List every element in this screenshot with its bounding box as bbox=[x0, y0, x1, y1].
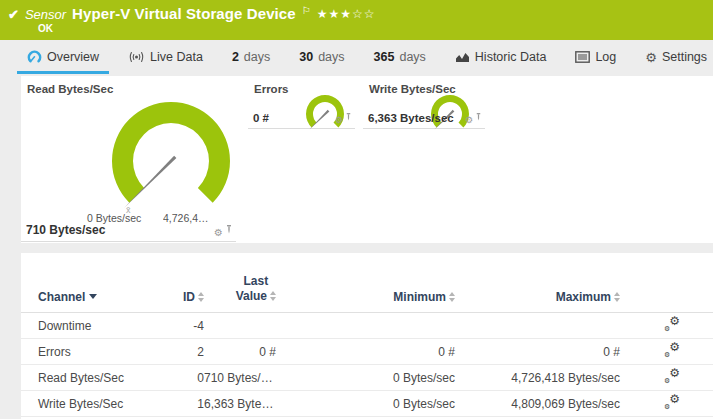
column-header-channel[interactable]: Channel bbox=[38, 290, 158, 304]
gauge-icon bbox=[27, 50, 42, 64]
tab-overview[interactable]: Overview bbox=[17, 40, 109, 74]
tab-365-days[interactable]: 365 days bbox=[364, 40, 436, 74]
gauge-settings-icon[interactable]: ⚙ bbox=[465, 116, 473, 125]
sensor-title: Hyper-V Virtual Storage Device bbox=[72, 5, 296, 22]
tab-settings[interactable]: ⚙ Settings bbox=[635, 40, 713, 74]
tab-2-days[interactable]: 2 days bbox=[222, 40, 280, 74]
read-gauge-dial: x̄ bbox=[101, 91, 241, 221]
edit-channel-icon[interactable]: ⚙⚙ bbox=[664, 317, 680, 331]
tab-live-data[interactable]: Live Data bbox=[118, 40, 213, 74]
priority-flag-icon[interactable]: ⚐ bbox=[302, 5, 311, 16]
sort-desc-icon bbox=[89, 294, 97, 299]
log-icon bbox=[575, 51, 590, 63]
status-badge: OK bbox=[38, 23, 703, 34]
sort-icon bbox=[614, 292, 620, 302]
gauge-title: Errors bbox=[254, 83, 289, 95]
pin-gauge-icon[interactable] bbox=[225, 220, 233, 238]
status-ok-icon: ✔ bbox=[8, 7, 19, 22]
table-row-errors: Errors 2 0 # 0 # 0 # ⚙⚙ bbox=[21, 339, 713, 365]
object-type-label: Sensor bbox=[25, 7, 66, 22]
gauge-write-bytes[interactable]: Write Bytes/Sec 6,363 Bytes/sec ⚙ bbox=[363, 76, 485, 129]
gauge-current-value: 0 # bbox=[253, 112, 269, 124]
channel-name[interactable]: Read Bytes/Sec bbox=[38, 371, 158, 385]
gauges-panel: Read Bytes/Sec x̄ 0 Bytes/sec 4,726,418 … bbox=[21, 76, 713, 243]
tab-historic-data[interactable]: Historic Data bbox=[445, 40, 557, 74]
sensor-header: ✔ Sensor Hyper-V Virtual Storage Device … bbox=[0, 0, 713, 40]
column-header-last-value[interactable]: Last Value bbox=[204, 274, 276, 304]
gauge-read-bytes[interactable]: Read Bytes/Sec x̄ 0 Bytes/sec 4,726,418 … bbox=[21, 76, 236, 242]
table-header-row: Channel ID Last Value Minimum Maximum bbox=[21, 253, 713, 313]
edit-channel-icon[interactable]: ⚙⚙ bbox=[664, 369, 680, 383]
tab-30-days[interactable]: 30 days bbox=[289, 40, 354, 74]
gauge-scale-max: 4,726,418 Bytes/sec bbox=[163, 212, 214, 224]
pin-gauge-icon[interactable] bbox=[475, 107, 482, 125]
gauge-errors[interactable]: Errors 0 # ⚙ bbox=[248, 76, 355, 129]
edit-channel-icon[interactable]: ⚙⚙ bbox=[664, 343, 680, 357]
column-header-maximum[interactable]: Maximum bbox=[455, 290, 620, 304]
channel-name[interactable]: Errors bbox=[38, 345, 158, 359]
gauge-current-value: 6,363 Bytes/sec bbox=[368, 112, 454, 124]
channel-name[interactable]: Write Bytes/Sec bbox=[38, 397, 158, 411]
gauge-settings-icon[interactable]: ⚙ bbox=[335, 116, 343, 125]
broadcast-icon bbox=[128, 51, 145, 63]
priority-stars[interactable]: ★★★☆☆ bbox=[317, 7, 376, 21]
gauge-current-value: 710 Bytes/sec bbox=[26, 223, 105, 237]
table-row-write-bytes: Write Bytes/Sec 1 6,363 Bytes/sec 0 Byte… bbox=[21, 391, 713, 417]
channel-name[interactable]: Downtime bbox=[38, 319, 158, 333]
channels-table: Channel ID Last Value Minimum Maximum Do… bbox=[21, 253, 713, 419]
gauge-settings-icon[interactable]: ⚙ bbox=[214, 228, 223, 238]
tab-bar: Overview Live Data 2 days 30 days 365 da… bbox=[0, 40, 713, 74]
pin-gauge-icon[interactable] bbox=[345, 107, 352, 125]
table-row-downtime: Downtime -4 ⚙⚙ bbox=[21, 313, 713, 339]
column-header-id[interactable]: ID bbox=[158, 290, 204, 304]
edit-channel-icon[interactable]: ⚙⚙ bbox=[664, 395, 680, 409]
tab-log[interactable]: Log bbox=[565, 40, 626, 74]
column-header-minimum[interactable]: Minimum bbox=[276, 290, 455, 304]
table-row-read-bytes: Read Bytes/Sec 0 710 Bytes/sec 0 Bytes/s… bbox=[21, 365, 713, 391]
gear-icon: ⚙ bbox=[645, 51, 657, 64]
chart-icon bbox=[455, 51, 470, 63]
